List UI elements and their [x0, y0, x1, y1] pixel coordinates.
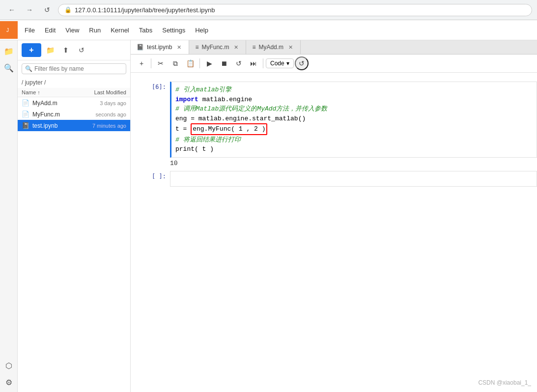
- menu-bar: J File Edit View Run Kernel Tabs Setting…: [0, 20, 537, 40]
- list-item[interactable]: 📓 test.ipynb 7 minutes ago: [18, 120, 130, 131]
- refresh-kernel-button[interactable]: ↺: [295, 56, 309, 70]
- empty-cell-prompt: [ ]:: [131, 171, 170, 180]
- code-line-4: eng = matlab.engine.start_matlab(): [175, 114, 533, 124]
- watermark: CSDN @xiaobai_1_: [478, 379, 531, 386]
- tab-bar: 📓 test.ipynb ✕ ≡ MyFunc.m ✕ ≡ MyAdd.m ✕: [131, 40, 537, 55]
- add-cell-button[interactable]: +: [135, 56, 148, 70]
- cell-output: 10: [170, 158, 537, 169]
- breadcrumb: / jupyter /: [18, 77, 130, 88]
- tab-close-myadd[interactable]: ✕: [286, 43, 294, 51]
- file-toolbar: + 📁 ⬆ ↺: [18, 40, 130, 60]
- svg-text:J: J: [6, 28, 9, 33]
- menu-settings[interactable]: Settings: [157, 25, 190, 36]
- browser-chrome: ← → ↺ 🔒 127.0.0.1:10111/jupyter/lab/tree…: [0, 0, 537, 20]
- paste-button[interactable]: 📋: [183, 56, 197, 70]
- code-line-7: print( t ): [175, 144, 533, 154]
- address-bar[interactable]: 🔒 127.0.0.1:10111/jupyter/lab/tree/jupyt…: [58, 4, 532, 16]
- tab-label: MyAdd.m: [258, 44, 283, 51]
- file-name: MyFunc.m: [32, 111, 96, 118]
- cells-area: [6]: # 引入matlab引擎 import matlab.engine #…: [131, 73, 537, 392]
- url-text: 127.0.0.1:10111/jupyter/lab/tree/jupyter…: [75, 6, 526, 14]
- menu-run[interactable]: Run: [84, 25, 106, 36]
- tab-close-myfunc[interactable]: ✕: [232, 43, 240, 51]
- tab-icon-myadd: ≡: [252, 44, 255, 51]
- file-name: test.ipynb: [32, 122, 92, 129]
- sidebar-icon-settings[interactable]: ⚙: [2, 375, 16, 389]
- reload-button[interactable]: ↺: [40, 3, 54, 17]
- code-line-6: # 将返回结果进行打印: [175, 135, 533, 145]
- cell-body: # 引入matlab引擎 import matlab.engine # 调用Ma…: [170, 82, 537, 169]
- run-button[interactable]: ▶: [202, 56, 216, 70]
- new-launcher-button[interactable]: +: [22, 43, 41, 57]
- menu-help[interactable]: Help: [190, 25, 213, 36]
- cell-6: [6]: # 引入matlab引擎 import matlab.engine #…: [131, 81, 537, 170]
- cell-input[interactable]: # 引入matlab引擎 import matlab.engine # 调用Ma…: [170, 82, 537, 158]
- menu-file[interactable]: File: [20, 25, 40, 36]
- empty-cell-body: [170, 171, 537, 187]
- divider3: [263, 58, 263, 68]
- main-content: 📓 test.ipynb ✕ ≡ MyFunc.m ✕ ≡ MyAdd.m ✕ …: [131, 40, 537, 392]
- menu-edit[interactable]: Edit: [40, 25, 60, 36]
- new-folder-button[interactable]: 📁: [43, 43, 57, 57]
- breadcrumb-text: / jupyter /: [22, 79, 46, 86]
- sort-name-button[interactable]: Name ↑: [22, 89, 82, 95]
- code-line-1: # 引入matlab引擎: [175, 85, 533, 95]
- list-item[interactable]: 📄 MyAdd.m 3 days ago: [18, 97, 130, 109]
- code-line-5: t = eng.MyFunc( 1 , 2 ): [175, 123, 533, 135]
- browser-nav: ← → ↺ 🔒 127.0.0.1:10111/jupyter/lab/tree…: [0, 0, 537, 20]
- code-line-3: # 调用Matlab源代码定义的MyAdd方法，并传入参数: [175, 104, 533, 114]
- tab-label: test.ipynb: [147, 44, 172, 51]
- tab-icon-myfunc: ≡: [195, 44, 198, 51]
- file-modified: 7 minutes ago: [92, 123, 126, 129]
- restart-run-button[interactable]: ⏭: [247, 56, 260, 70]
- jupyter-logo: J: [0, 21, 18, 39]
- file-modified: seconds ago: [96, 112, 126, 117]
- kernel-label: Code: [270, 60, 284, 67]
- menu-tabs[interactable]: Tabs: [134, 25, 157, 36]
- refresh-files-button[interactable]: ↺: [75, 43, 88, 57]
- cut-button[interactable]: ✂: [154, 56, 168, 70]
- search-icon: 🔍: [25, 65, 32, 72]
- upload-button[interactable]: ⬆: [59, 43, 73, 57]
- file-panel: + 📁 ⬆ ↺ 🔍 / jupyter / Name ↑ Last Modifi…: [18, 40, 131, 392]
- file-list-header: Name ↑ Last Modified: [18, 88, 130, 97]
- empty-cell-input[interactable]: [170, 171, 537, 187]
- copy-button[interactable]: ⧉: [169, 56, 182, 70]
- tab-label: MyFunc.m: [201, 44, 229, 51]
- notebook-toolbar: + ✂ ⧉ 📋 ▶ ⏹ ↺ ⏭ Code ▾ ↺: [131, 55, 537, 73]
- search-input[interactable]: [34, 65, 123, 72]
- menu-kernel[interactable]: Kernel: [106, 25, 134, 36]
- menu-view[interactable]: View: [60, 25, 84, 36]
- restart-button[interactable]: ↺: [232, 56, 246, 70]
- file-icon-testipynb: 📓: [22, 122, 29, 129]
- kernel-select[interactable]: Code ▾: [266, 58, 294, 68]
- code-line-2: import matlab.engine: [175, 95, 533, 105]
- kernel-arrow-icon: ▾: [286, 60, 289, 67]
- divider: [151, 58, 151, 68]
- file-name: MyAdd.m: [32, 100, 100, 107]
- lock-icon: 🔒: [64, 6, 72, 13]
- tab-testipynb[interactable]: 📓 test.ipynb ✕: [131, 40, 189, 54]
- col-modified-header: Last Modified: [82, 89, 126, 95]
- file-icon-myfunc: 📄: [22, 111, 29, 118]
- tab-myadd[interactable]: ≡ MyAdd.m ✕: [246, 40, 301, 54]
- search-box[interactable]: 🔍: [22, 63, 126, 74]
- file-modified: 3 days ago: [100, 100, 126, 106]
- app-layout: 📁 🔍 ⬡ ⚙ + 📁 ⬆ ↺ 🔍 / jupyter / Name ↑ Las…: [0, 40, 537, 392]
- sidebar-icon-search[interactable]: 🔍: [2, 61, 16, 75]
- tab-icon-notebook: 📓: [137, 44, 144, 51]
- tab-close-button[interactable]: ✕: [175, 43, 183, 51]
- sidebar-icon-extensions[interactable]: ⬡: [2, 359, 16, 372]
- forward-button[interactable]: →: [23, 3, 36, 17]
- interrupt-button[interactable]: ⏹: [217, 56, 231, 70]
- file-icon-myadd: 📄: [22, 99, 29, 107]
- back-button[interactable]: ←: [5, 3, 19, 17]
- tab-myfunc[interactable]: ≡ MyFunc.m ✕: [189, 40, 246, 54]
- divider2: [199, 58, 200, 68]
- cell-prompt: [6]:: [131, 82, 170, 90]
- list-item[interactable]: 📄 MyFunc.m seconds ago: [18, 109, 130, 120]
- cell-empty: [ ]:: [131, 170, 537, 188]
- sidebar-icons: 📁 🔍 ⬡ ⚙: [0, 40, 18, 392]
- sidebar-icon-filebrowser[interactable]: 📁: [2, 44, 16, 58]
